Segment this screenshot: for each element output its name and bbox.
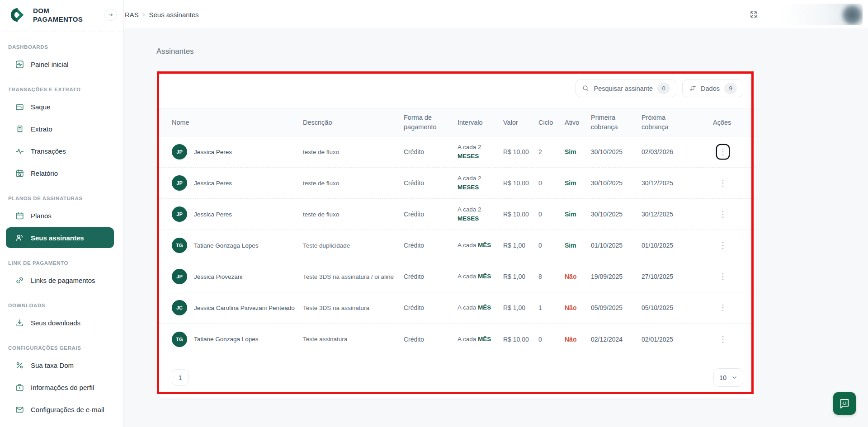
data-count-badge: 9 <box>724 83 737 94</box>
calendar-icon <box>15 211 24 220</box>
table-row: JP Jessica Peres teste de fluxo Crédito … <box>156 199 756 230</box>
row-actions-kebab-button[interactable]: ⋮ <box>717 333 729 346</box>
column-header-proxima-cobranca: Próxima cobrança <box>642 113 713 132</box>
row-actions-kebab-button[interactable]: ⋮ <box>717 145 729 159</box>
arrow-right-icon <box>108 12 114 18</box>
sidebar-section: CONFIGURAÇÕES GERAIS Sua taxa Dom Inform… <box>0 345 123 420</box>
sidebar-section: LINK DE PAGAMENTO Links de pagamentos <box>0 260 123 291</box>
sidebar-nav: DASHBOARDS Painel inicial TRANSAÇÕES E E… <box>0 44 123 420</box>
sidebar-section-label: CONFIGURAÇÕES GERAIS <box>0 345 123 351</box>
sidebar-section-label: TRANSAÇÕES E EXTRATO <box>0 87 123 92</box>
table-body: JP Jessica Peres teste de fluxo Crédito … <box>156 136 756 355</box>
column-header-primeira-cobranca: Primeira cobrança <box>591 113 642 132</box>
data-filter-button[interactable]: Dados 9 <box>682 80 743 97</box>
sidebar-section: DOWNLOADS Seus downloads <box>0 303 123 333</box>
actions-cell: ⋮ <box>713 207 743 221</box>
avatar: JP <box>172 144 187 160</box>
fullscreen-button[interactable] <box>746 7 761 22</box>
subscriber-name-cell: JC Jessica Carolina Piovezani Penteado <box>172 300 303 315</box>
sidebar-item-configuracoes-de-email[interactable]: Configurações de e-mail <box>6 399 114 420</box>
cycle: 8 <box>538 273 565 280</box>
page-1-button[interactable]: 1 <box>172 369 189 386</box>
value: R$ 10,00 <box>503 336 538 343</box>
row-actions-kebab-button[interactable]: ⋮ <box>717 301 729 314</box>
page-title: Assinantes <box>156 47 868 56</box>
sidebar-item-seus-assinantes[interactable]: Seus assinantes <box>6 227 114 248</box>
row-actions-kebab-button[interactable]: ⋮ <box>717 207 729 221</box>
table-row: JP Jessica Peres teste de fluxo Crédito … <box>156 136 756 168</box>
avatar: TG <box>172 238 187 253</box>
sidebar-section-label: DOWNLOADS <box>0 303 123 308</box>
active-status: Sim <box>565 179 591 187</box>
first-charge-date: 30/10/2025 <box>591 211 642 218</box>
subscribers-card: Pesquisar assinante 0 Dados 9 Nome Descr… <box>156 69 756 399</box>
sidebar-collapse-button[interactable] <box>104 9 117 21</box>
sidebar-item-label: Configurações de e-mail <box>31 406 104 413</box>
sidebar-item-label: Transações <box>31 147 66 155</box>
next-charge-date: 01/10/2025 <box>642 242 713 249</box>
subscription-description: Teste 3DS na assinatura <box>303 305 404 311</box>
column-header-ativo: Ativo <box>565 118 591 127</box>
avatar: JP <box>172 206 187 222</box>
row-actions-kebab-button[interactable]: ⋮ <box>717 239 729 252</box>
sidebar-item-transacoes[interactable]: Transações <box>6 141 114 161</box>
subscriber-name: Jéssica Piovezani <box>194 273 242 280</box>
row-actions-kebab-button[interactable]: ⋮ <box>717 270 729 283</box>
value: R$ 10,00 <box>503 211 538 218</box>
sidebar-item-label: Relatório <box>31 169 58 177</box>
sidebar-item-links-de-pagamentos[interactable]: Links de pagamentos <box>6 270 114 291</box>
subscription-description: Teste 3DS na assinatura / oi aline <box>303 273 404 280</box>
main-content: Assinantes Pesquisar assinante 0 Dados 9… <box>124 29 868 427</box>
search-subscriber-button[interactable]: Pesquisar assinante 0 <box>576 80 677 97</box>
active-status: Sim <box>565 148 591 155</box>
sidebar-item-extrato[interactable]: Extrato <box>6 118 114 139</box>
dom-pagamentos-logo-icon <box>9 6 27 24</box>
sidebar-item-seus-downloads[interactable]: Seus downloads <box>6 312 114 333</box>
cycle: 0 <box>538 211 565 218</box>
table-row: TG Tatiane Gonzaga Lopes Teste assinatur… <box>156 324 756 355</box>
active-status: Não <box>565 273 591 280</box>
breadcrumb-trail[interactable]: RAS <box>125 11 139 19</box>
cycle: 1 <box>538 304 565 311</box>
sidebar-section-items: Links de pagamentos <box>0 270 123 291</box>
sidebar-item-relatorio[interactable]: Relatório <box>6 163 114 183</box>
subscriber-name: Jessica Peres <box>194 149 232 155</box>
interval: A cada MÊS <box>458 241 503 250</box>
sidebar-item-label: Seus downloads <box>31 319 80 327</box>
cycle: 0 <box>538 179 565 187</box>
column-header-intervalo: Intervalo <box>458 118 503 127</box>
sidebar-section-items: Seus downloads <box>0 312 123 333</box>
chat-widget-button[interactable] <box>833 392 856 415</box>
subscriber-name-cell: TG Tatiane Gonzaga Lopes <box>172 332 303 347</box>
cycle: 0 <box>538 336 565 343</box>
table-row: JP Jessica Peres teste de fluxo Crédito … <box>156 168 756 199</box>
activity-icon <box>15 60 24 69</box>
sidebar-item-saque[interactable]: Saque <box>6 96 114 117</box>
column-header-nome: Nome <box>172 118 303 127</box>
page-size-select[interactable]: 10 <box>713 368 743 387</box>
sidebar-item-sua-taxa-dom[interactable]: Sua taxa Dom <box>6 355 114 375</box>
row-actions-kebab-button[interactable]: ⋮ <box>717 176 729 190</box>
pagination: 1 10 <box>156 360 756 399</box>
sidebar-section-label: DASHBOARDS <box>0 44 123 50</box>
first-charge-date: 05/09/2025 <box>591 304 642 311</box>
page-size-value: 10 <box>719 374 726 381</box>
avatar: TG <box>172 332 187 347</box>
sidebar-item-label: Painel inicial <box>31 61 68 68</box>
sidebar-section: TRANSAÇÕES E EXTRATO Saque Extrato Trans… <box>0 87 123 183</box>
subscription-description: Teste assinatura <box>303 336 404 343</box>
sidebar-item-informacoes-do-perfil[interactable]: Informações do perfil <box>6 377 114 398</box>
cycle: 0 <box>538 242 565 249</box>
users-icon <box>15 234 24 242</box>
interval: A cada 2 MESES <box>458 143 503 160</box>
brand-name: DOM PAGAMENTOS <box>33 7 83 24</box>
next-charge-date: 30/12/2025 <box>642 179 713 187</box>
sidebar-item-painel-inicial[interactable]: Painel inicial <box>6 54 114 75</box>
first-charge-date: 30/10/2025 <box>591 148 642 155</box>
column-header-forma-de-pagamento: Forma de pagamento <box>404 113 458 132</box>
payment-method: Crédito <box>404 179 458 187</box>
sidebar-item-planos[interactable]: Planos <box>6 205 114 226</box>
user-menu-redacted[interactable] <box>781 4 863 25</box>
payment-method: Crédito <box>404 242 458 249</box>
interval: A cada MÊS <box>458 303 503 312</box>
